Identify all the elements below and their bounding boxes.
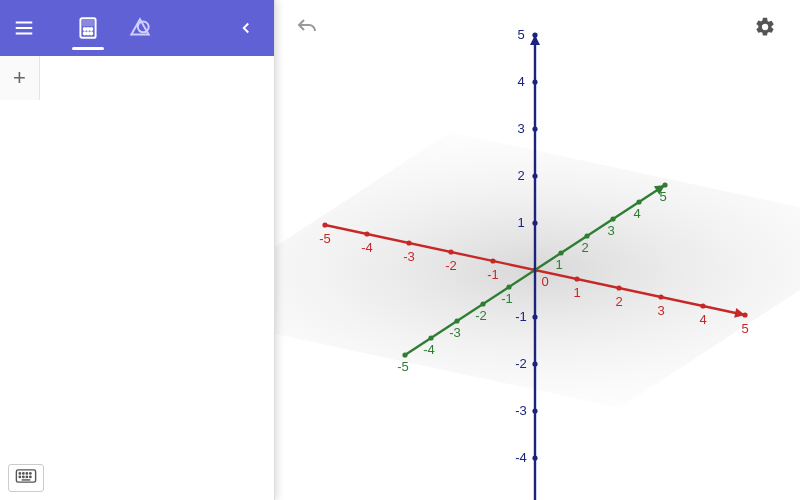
svg-point-8 [84,32,86,34]
svg-text:-1: -1 [487,267,499,282]
svg-text:0: 0 [541,274,548,289]
svg-point-57 [662,182,667,187]
toolbar [0,0,274,56]
svg-point-9 [87,32,89,34]
svg-text:1: 1 [555,257,562,272]
svg-text:-4: -4 [515,450,527,465]
svg-text:5: 5 [659,189,666,204]
sidebar: + [0,0,275,500]
svg-text:-5: -5 [397,359,409,374]
tab-tools[interactable] [114,0,166,56]
svg-text:-1: -1 [515,309,527,324]
svg-text:1: 1 [517,215,524,230]
svg-text:4: 4 [517,74,524,89]
svg-point-82 [26,473,27,474]
svg-point-21 [448,249,453,254]
svg-text:2: 2 [581,240,588,255]
svg-point-80 [19,473,20,474]
svg-point-53 [610,216,615,221]
svg-point-5 [84,28,86,30]
svg-point-43 [454,318,459,323]
menu-icon[interactable] [0,0,48,56]
input-row: + [0,56,274,100]
svg-point-45 [480,301,485,306]
svg-text:-4: -4 [423,342,435,357]
collapse-sidebar-button[interactable] [226,8,266,48]
svg-point-17 [364,231,369,236]
svg-point-77 [532,32,537,37]
svg-text:3: 3 [607,223,614,238]
svg-point-84 [19,476,20,477]
axes-3d[interactable]: -5-4-3-2-1012345-5-4-3-2-112345-4-3-2-11… [275,0,800,500]
svg-point-41 [428,335,433,340]
svg-point-51 [584,233,589,238]
svg-point-29 [616,285,621,290]
tab-algebra[interactable] [62,0,114,56]
geometry-icon [127,15,153,41]
svg-point-63 [532,408,537,413]
svg-text:4: 4 [699,312,706,327]
svg-text:5: 5 [741,321,748,336]
calculator-icon [75,15,101,41]
add-button[interactable]: + [0,56,40,100]
graphics-3d-view[interactable]: -5-4-3-2-1012345-5-4-3-2-112345-4-3-2-11… [275,0,800,500]
svg-text:-2: -2 [475,308,487,323]
svg-point-10 [90,32,92,34]
svg-point-67 [532,314,537,319]
svg-point-27 [574,276,579,281]
svg-point-61 [532,455,537,460]
svg-text:-4: -4 [361,240,373,255]
svg-point-31 [658,294,663,299]
svg-point-81 [23,473,24,474]
svg-point-75 [532,79,537,84]
settings-icon[interactable] [754,16,776,42]
svg-text:2: 2 [517,168,524,183]
svg-text:-3: -3 [403,249,415,264]
svg-text:4: 4 [633,206,640,221]
svg-text:-3: -3 [449,325,461,340]
svg-point-15 [322,222,327,227]
svg-point-71 [532,173,537,178]
svg-text:-2: -2 [515,356,527,371]
undo-button[interactable] [295,16,319,44]
svg-rect-4 [83,21,93,25]
svg-text:1: 1 [573,285,580,300]
svg-point-65 [532,361,537,366]
svg-text:5: 5 [517,27,524,42]
svg-text:-2: -2 [445,258,457,273]
svg-point-69 [532,220,537,225]
sidebar-body [0,100,274,500]
svg-point-19 [406,240,411,245]
svg-text:-5: -5 [319,231,331,246]
svg-text:-1: -1 [501,291,513,306]
svg-point-47 [506,284,511,289]
svg-point-33 [700,303,705,308]
svg-point-85 [23,476,24,477]
keyboard-button[interactable] [8,464,44,492]
svg-point-86 [26,476,27,477]
svg-point-87 [30,476,31,477]
svg-point-73 [532,126,537,131]
svg-text:3: 3 [517,121,524,136]
svg-point-39 [402,352,407,357]
svg-point-83 [30,473,31,474]
svg-point-7 [90,28,92,30]
svg-point-23 [490,258,495,263]
svg-point-55 [636,199,641,204]
expression-input[interactable] [40,56,274,100]
svg-text:-3: -3 [515,403,527,418]
svg-point-6 [87,28,89,30]
svg-text:3: 3 [657,303,664,318]
svg-point-35 [742,312,747,317]
svg-point-49 [558,250,563,255]
svg-text:2: 2 [615,294,622,309]
